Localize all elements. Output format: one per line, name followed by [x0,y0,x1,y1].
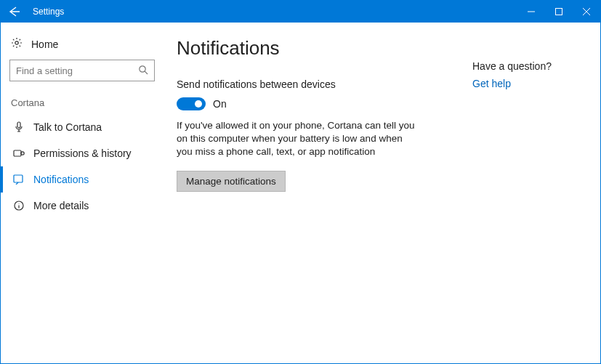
notifications-toggle[interactable] [177,97,206,110]
help-question: Have a question? [472,60,583,72]
app-title: Settings [28,7,64,17]
sidebar-group-label: Cortana [11,97,155,108]
sidebar-item-label: More details [33,200,89,211]
minimize-button[interactable] [517,1,545,23]
home-button[interactable]: Home [9,33,155,60]
sidebar-item-more-details[interactable]: More details [1,193,155,219]
search-input[interactable]: Find a setting [9,60,155,81]
svg-point-1 [15,41,18,44]
sidebar-item-label: Notifications [33,174,89,185]
sidebar-item-talk-to-cortana[interactable]: Talk to Cortana [1,114,155,140]
close-button[interactable] [573,1,600,23]
svg-rect-3 [17,122,20,128]
toggle-knob [195,100,202,108]
svg-rect-6 [14,175,23,182]
help-pane: Have a question? Get help [467,37,583,363]
back-button[interactable] [1,1,28,23]
get-help-link[interactable]: Get help [472,78,583,89]
sidebar: Home Find a setting Cortana [1,23,164,363]
svg-rect-0 [556,9,562,15]
info-icon [13,201,25,211]
svg-point-2 [140,65,145,71]
main-pane: Notifications Send notifications between… [164,23,600,363]
content-area: Notifications Send notifications between… [177,37,467,363]
title-bar: Settings [1,1,600,23]
notification-icon [13,174,25,185]
home-label: Home [31,39,58,50]
maximize-button[interactable] [545,1,573,23]
sidebar-item-notifications[interactable]: Notifications [1,166,155,193]
manage-notifications-button[interactable]: Manage notifications [177,171,286,192]
svg-rect-4 [14,150,21,156]
sidebar-item-label: Permissions & history [33,147,132,159]
window-body: Home Find a setting Cortana [1,23,600,363]
page-title: Notifications [177,37,467,60]
search-icon [138,65,148,77]
search-placeholder: Find a setting [16,65,73,76]
permissions-icon [13,148,25,158]
settings-window: Settings Home Find a settin [0,0,601,364]
gear-icon [11,37,23,51]
toggle-state: On [213,98,227,110]
sidebar-item-permissions-history[interactable]: Permissions & history [1,140,155,166]
microphone-icon [13,121,25,133]
sidebar-item-label: Talk to Cortana [33,121,102,133]
toggle-row: On [177,97,467,110]
setting-description: If you've allowed it on your phone, Cort… [177,119,416,159]
setting-label: Send notifications between devices [177,78,467,90]
